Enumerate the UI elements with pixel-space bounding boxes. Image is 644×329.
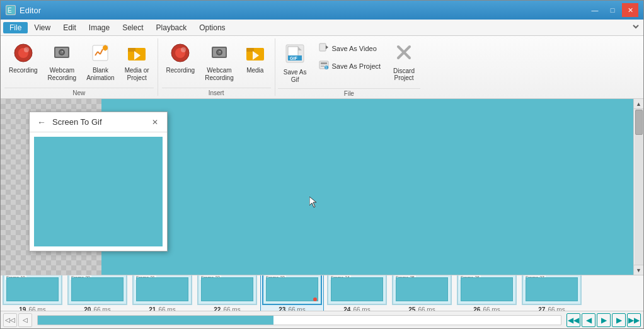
ribbon-file-label: File bbox=[278, 88, 420, 98]
close-button[interactable]: ✕ bbox=[622, 3, 638, 17]
media-insert-button[interactable]: Media bbox=[239, 40, 271, 78]
menu-playback[interactable]: Playback bbox=[150, 22, 193, 33]
film-frame-21[interactable]: Frame 21 21 66 ms bbox=[130, 275, 194, 311]
film-time-22: 66 ms bbox=[223, 306, 240, 311]
discard-icon bbox=[394, 43, 413, 66]
film-frame-20[interactable]: Frame 20 20 66 ms bbox=[66, 275, 129, 311]
title-bar: E Editor — □ ✕ bbox=[1, 1, 643, 20]
media-insert-label: Media bbox=[246, 67, 263, 74]
film-dot-23 bbox=[313, 297, 317, 301]
svg-rect-29 bbox=[246, 48, 254, 52]
ribbon-new-label: New bbox=[4, 88, 154, 98]
last-frame-button[interactable]: ▶▶ bbox=[627, 313, 641, 327]
webcam-recording-button[interactable]: WebcamRecording bbox=[43, 40, 81, 85]
film-inner-25 bbox=[396, 277, 448, 301]
film-frame-22[interactable]: Frame 22 22 66 ms bbox=[195, 275, 259, 311]
film-inner-21 bbox=[136, 277, 188, 301]
file-btn-group: Save As Video S Save As Pr bbox=[314, 40, 385, 74]
menu-file[interactable]: File bbox=[3, 22, 28, 33]
film-frame-26[interactable]: Frame 26 26 66 ms bbox=[455, 275, 519, 311]
scroll-down-button[interactable]: ▼ bbox=[634, 265, 644, 275]
next-frame-button[interactable]: ▶ bbox=[612, 313, 626, 327]
film-frame-23[interactable]: Frame 23 23 66 ms bbox=[260, 275, 324, 311]
menu-bar: File View Edit Image Select Playback Opt… bbox=[1, 20, 643, 36]
film-inner-23 bbox=[266, 277, 318, 301]
film-time-25: 66 ms bbox=[418, 306, 435, 311]
film-thumb-27: Frame 27 bbox=[522, 275, 582, 305]
recording-button[interactable]: Recording bbox=[4, 40, 42, 78]
menu-edit[interactable]: Edit bbox=[57, 22, 83, 33]
save-as-gif-icon: GIF bbox=[284, 43, 306, 67]
scroll-left-end-button[interactable]: ◁◁ bbox=[3, 313, 17, 327]
film-frame-24[interactable]: Frame 24 24 66 ms bbox=[325, 275, 389, 311]
recording-insert-label: Recording bbox=[166, 67, 195, 74]
menu-options[interactable]: Options bbox=[193, 22, 231, 33]
menu-view[interactable]: View bbox=[28, 22, 57, 33]
dialog-close-button[interactable]: ✕ bbox=[148, 117, 162, 128]
media-insert-icon bbox=[245, 43, 265, 66]
webcam-insert-button[interactable]: WebcamRecording bbox=[200, 40, 238, 85]
recording-label: Recording bbox=[9, 67, 38, 74]
play-button[interactable]: ▶ bbox=[597, 313, 611, 327]
bottom-nav-left: ◁◁ ◁ bbox=[3, 313, 32, 327]
scroll-thumb[interactable] bbox=[635, 110, 643, 135]
film-thumb-23: Frame 23 bbox=[262, 275, 322, 305]
content-area: ← Screen To Gif ✕ ▲ bbox=[1, 99, 643, 328]
film-inner-26 bbox=[461, 277, 513, 301]
film-time-20: 66 ms bbox=[93, 306, 110, 311]
dialog-header-left: ← Screen To Gif bbox=[35, 116, 102, 129]
film-number-26: 26 bbox=[473, 306, 480, 311]
menu-select[interactable]: Select bbox=[116, 22, 149, 33]
film-inner-27 bbox=[526, 277, 578, 301]
discard-label: DiscardProject bbox=[393, 67, 415, 81]
ribbon-section-file: GIF Save AsGif Save As Vi bbox=[275, 38, 423, 96]
scroll-up-button[interactable]: ▲ bbox=[634, 99, 644, 109]
film-frame-19[interactable]: Frame 19 19 66 ms bbox=[1, 275, 64, 311]
prev-frame-button[interactable]: ◀ bbox=[582, 313, 595, 327]
recording-icon bbox=[13, 43, 33, 66]
film-frame-27[interactable]: Frame 27 27 66 ms bbox=[520, 275, 584, 311]
save-as-gif-button[interactable]: GIF Save AsGif bbox=[278, 40, 313, 87]
film-inner-22 bbox=[201, 277, 253, 301]
title-bar-left: E Editor bbox=[6, 5, 41, 15]
film-inner-19 bbox=[6, 277, 59, 301]
dialog-header: ← Screen To Gif ✕ bbox=[30, 112, 167, 132]
blank-animation-button[interactable]: BlankAnimation bbox=[82, 40, 118, 85]
bottom-nav-right: ◀◀ ◀ ▶ ▶ ▶▶ bbox=[566, 313, 641, 327]
media-or-project-button[interactable]: Media orProject bbox=[120, 40, 154, 85]
svg-point-8 bbox=[60, 50, 64, 54]
menu-image[interactable]: Image bbox=[83, 22, 116, 33]
ribbon-collapse[interactable] bbox=[631, 21, 641, 33]
dialog-back-button[interactable]: ← bbox=[35, 116, 49, 129]
recording-insert-icon bbox=[170, 43, 190, 66]
film-inner-20 bbox=[71, 277, 124, 301]
maximize-button[interactable]: □ bbox=[604, 3, 621, 17]
ribbon-insert-label: Insert bbox=[162, 88, 271, 98]
film-number-25: 25 bbox=[408, 306, 415, 311]
save-as-project-button[interactable]: S Save As Project bbox=[314, 57, 385, 74]
film-number-22: 22 bbox=[214, 306, 221, 311]
recording-insert-button[interactable]: Recording bbox=[162, 40, 200, 78]
first-frame-button[interactable]: ◀◀ bbox=[566, 313, 580, 327]
webcam-insert-label: WebcamRecording bbox=[205, 67, 234, 82]
dialog-body bbox=[32, 135, 164, 248]
film-number-24: 24 bbox=[343, 306, 350, 311]
svg-rect-36 bbox=[319, 43, 326, 51]
discard-project-button[interactable]: DiscardProject bbox=[388, 40, 420, 84]
filmstrip: Frame 19 19 66 ms Frame 20 20 bbox=[1, 275, 643, 328]
canvas-teal-background bbox=[101, 99, 633, 275]
svg-point-27 bbox=[219, 51, 221, 52]
screen-to-gif-dialog: ← Screen To Gif ✕ bbox=[29, 112, 168, 251]
film-info-19: 19 66 ms bbox=[19, 306, 45, 311]
film-info-27: 27 66 ms bbox=[538, 306, 565, 311]
scroll-left-button[interactable]: ◁ bbox=[18, 313, 32, 327]
progress-bar-container[interactable] bbox=[37, 315, 561, 325]
media-project-label: Media orProject bbox=[125, 67, 149, 82]
svg-point-14 bbox=[103, 45, 108, 50]
film-time-27: 66 ms bbox=[548, 306, 565, 311]
minimize-button[interactable]: — bbox=[587, 3, 603, 17]
film-frame-25[interactable]: Frame 25 25 66 ms bbox=[390, 275, 454, 311]
filmstrip-scroll[interactable]: Frame 19 19 66 ms Frame 20 20 bbox=[1, 275, 643, 311]
svg-point-4 bbox=[24, 47, 29, 52]
save-as-video-button[interactable]: Save As Video bbox=[314, 40, 385, 57]
